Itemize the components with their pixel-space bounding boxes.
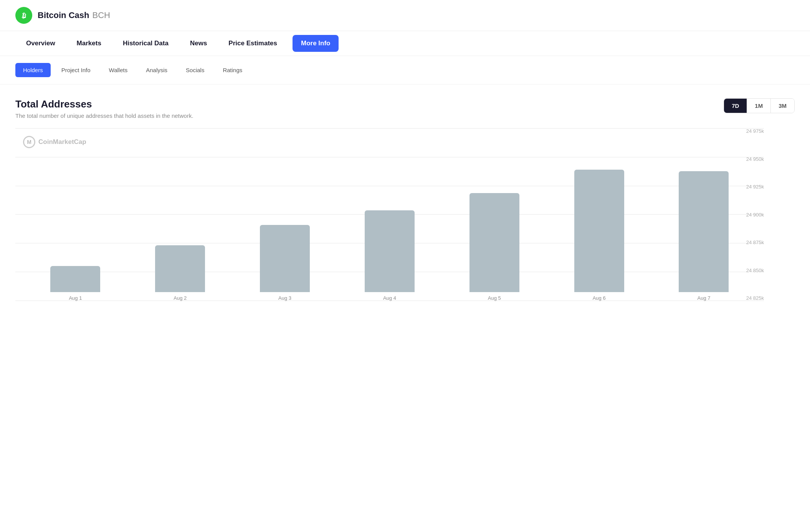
bar-label-5: Aug 5 — [488, 295, 501, 301]
chart-header: Total Addresses The total number of uniq… — [15, 98, 795, 119]
bar-group-4: Aug 4 — [359, 210, 420, 301]
chart-title-area: Total Addresses The total number of uniq… — [15, 98, 193, 119]
bar-6 — [574, 170, 624, 292]
y-label-1: 24 975k — [746, 128, 764, 134]
time-btn-1m[interactable]: 1M — [747, 99, 771, 113]
main-nav: Overview Markets Historical Data News Pr… — [0, 31, 810, 56]
bar-label-4: Aug 4 — [383, 295, 396, 301]
tab-historical-data[interactable]: Historical Data — [112, 31, 179, 56]
tab-more-info[interactable]: More Info — [293, 35, 339, 52]
coin-name: Bitcoin Cash — [38, 10, 89, 20]
bar-group-1: Aug 1 — [45, 266, 106, 301]
bar-group-7: Aug 7 — [673, 171, 734, 301]
watermark-text: CoinMarketCap — [38, 138, 86, 146]
time-btn-3m[interactable]: 3M — [771, 99, 794, 113]
tab-price-estimates[interactable]: Price Estimates — [218, 31, 288, 56]
bar-label-7: Aug 7 — [697, 295, 710, 301]
sub-tab-analysis[interactable]: Analysis — [138, 63, 175, 77]
bar-label-2: Aug 2 — [174, 295, 187, 301]
tab-news[interactable]: News — [179, 31, 218, 56]
bar-label-3: Aug 3 — [278, 295, 291, 301]
y-axis: 24 975k24 950k24 925k24 900k24 875k24 85… — [735, 128, 764, 301]
y-label-2: 24 950k — [746, 156, 764, 162]
chart-bars-wrapper: Aug 1Aug 2Aug 3Aug 4Aug 5Aug 6Aug 7 24 9… — [15, 128, 764, 312]
tab-overview[interactable]: Overview — [15, 31, 66, 56]
y-label-6: 24 850k — [746, 268, 764, 273]
bar-label-6: Aug 6 — [593, 295, 606, 301]
sub-tab-wallets[interactable]: Wallets — [101, 63, 136, 77]
coin-ticker: BCH — [92, 10, 110, 20]
bar-label-1: Aug 1 — [69, 295, 82, 301]
chart-section: Total Addresses The total number of uniq… — [0, 84, 810, 312]
bar-4 — [365, 210, 415, 292]
bar-2 — [155, 245, 205, 292]
sub-tab-holders[interactable]: Holders — [15, 63, 51, 77]
coin-logo — [15, 7, 32, 24]
chart-subtitle: The total number of unique addresses tha… — [15, 112, 193, 119]
bar-group-6: Aug 6 — [569, 170, 630, 301]
bar-group-3: Aug 3 — [254, 225, 316, 301]
y-label-7: 24 825k — [746, 295, 764, 301]
coinmarketcap-icon: M — [23, 136, 35, 148]
y-label-4: 24 900k — [746, 212, 764, 218]
bar-group-5: Aug 5 — [464, 193, 525, 301]
sub-nav: Holders Project Info Wallets Analysis So… — [0, 56, 810, 84]
bar-group-2: Aug 2 — [149, 245, 211, 301]
tab-markets[interactable]: Markets — [66, 31, 112, 56]
sub-tab-socials[interactable]: Socials — [178, 63, 212, 77]
page-header: Bitcoin Cash BCH — [0, 0, 810, 31]
y-label-5: 24 875k — [746, 240, 764, 245]
y-label-3: 24 925k — [746, 184, 764, 190]
chart-container: M CoinMarketCap Aug 1Aug 2Aug 3Aug 4Au — [15, 128, 795, 312]
bar-5 — [469, 193, 519, 292]
sub-tab-ratings[interactable]: Ratings — [215, 63, 250, 77]
chart-title: Total Addresses — [15, 98, 193, 110]
bar-7 — [679, 171, 729, 292]
bars-area: Aug 1Aug 2Aug 3Aug 4Aug 5Aug 6Aug 7 — [15, 128, 764, 312]
sub-tab-project-info[interactable]: Project Info — [54, 63, 98, 77]
bars: Aug 1Aug 2Aug 3Aug 4Aug 5Aug 6Aug 7 — [15, 128, 764, 301]
chart-watermark: M CoinMarketCap — [23, 136, 86, 148]
time-range-selector: 7D 1M 3M — [724, 98, 795, 113]
time-btn-7d[interactable]: 7D — [724, 99, 747, 113]
bar-1 — [50, 266, 100, 292]
bar-3 — [260, 225, 310, 292]
